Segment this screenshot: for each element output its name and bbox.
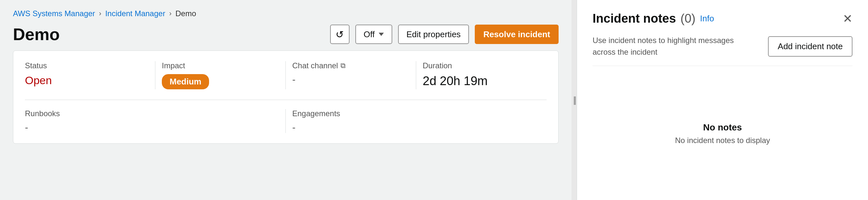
duration-field: Duration 2d 20h 19m: [416, 61, 547, 89]
no-notes-title: No notes: [703, 122, 742, 133]
impact-badge: Medium: [162, 74, 209, 89]
incident-card: Status Open Impact Medium Chat channel ⧉…: [13, 51, 559, 144]
external-link-icon: ⧉: [340, 62, 346, 70]
edit-properties-button[interactable]: Edit properties: [398, 25, 469, 44]
main-panel: AWS Systems Manager › Incident Manager ›…: [0, 0, 571, 200]
impact-value: Medium: [162, 74, 279, 89]
incident-bottom-grid: Runbooks - Engagements -: [25, 109, 547, 133]
resize-icon: ||: [573, 95, 576, 105]
duration-value: 2d 20h 19m: [423, 74, 540, 88]
status-field: Status Open: [25, 61, 155, 89]
breadcrumb-sep-2: ›: [169, 9, 172, 18]
incident-top-grid: Status Open Impact Medium Chat channel ⧉…: [25, 61, 547, 100]
info-link[interactable]: Info: [700, 13, 714, 24]
runbooks-field: Runbooks -: [25, 109, 286, 133]
breadcrumb-item-incident-manager[interactable]: Incident Manager: [105, 9, 165, 18]
resolve-incident-label: Resolve incident: [483, 29, 550, 39]
refresh-icon: ↺: [336, 29, 344, 40]
add-note-label: Add incident note: [778, 41, 843, 51]
status-label: Status: [25, 61, 149, 70]
off-label: Off: [364, 29, 375, 39]
engagements-value: -: [292, 122, 540, 133]
impact-field: Impact Medium: [155, 61, 286, 89]
breadcrumb-item-demo: Demo: [176, 9, 196, 18]
notes-count: (0): [681, 12, 695, 26]
runbooks-label: Runbooks: [25, 109, 279, 118]
notes-title-text: Incident notes: [593, 12, 676, 26]
breadcrumb-sep-1: ›: [99, 9, 101, 18]
duration-label: Duration: [423, 61, 540, 70]
engagements-field: Engagements -: [286, 109, 547, 133]
status-value: Open: [25, 74, 149, 87]
notes-panel-description-row: Use incident notes to highlight messages…: [593, 35, 852, 66]
notes-panel-title: Incident notes (0) Info: [593, 12, 714, 26]
close-icon: ✕: [843, 12, 852, 25]
breadcrumb: AWS Systems Manager › Incident Manager ›…: [13, 9, 559, 18]
no-notes-area: No notes No incident notes to display: [593, 79, 852, 188]
breadcrumb-item-ssm[interactable]: AWS Systems Manager: [13, 9, 95, 18]
chat-channel-label: Chat channel ⧉: [292, 61, 409, 70]
close-panel-button[interactable]: ✕: [843, 13, 852, 25]
header-row: Demo ↺ Off Edit properties Resolve incid…: [13, 25, 559, 44]
chevron-down-icon: [379, 33, 384, 36]
chat-channel-field: Chat channel ⧉ -: [286, 61, 416, 89]
notes-panel-header: Incident notes (0) Info ✕: [593, 12, 852, 26]
impact-label: Impact: [162, 61, 279, 70]
resolve-incident-button[interactable]: Resolve incident: [475, 25, 559, 44]
runbooks-value: -: [25, 122, 279, 133]
notes-description-text: Use incident notes to highlight messages…: [593, 35, 754, 58]
add-incident-note-button[interactable]: Add incident note: [768, 36, 852, 57]
engagements-label: Engagements: [292, 109, 540, 118]
incident-notes-panel: Incident notes (0) Info ✕ Use incident n…: [577, 0, 868, 200]
chat-channel-value: -: [292, 74, 409, 85]
refresh-button[interactable]: ↺: [330, 25, 349, 44]
resize-handle[interactable]: ||: [571, 0, 577, 200]
edit-properties-label: Edit properties: [406, 29, 461, 39]
no-notes-subtitle: No incident notes to display: [675, 136, 770, 145]
off-dropdown-button[interactable]: Off: [355, 25, 392, 44]
page-title: Demo: [13, 25, 60, 44]
